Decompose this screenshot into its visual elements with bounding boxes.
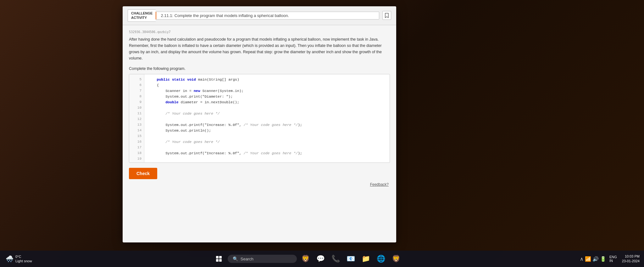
search-bar[interactable]: 🔍 Search	[228, 255, 297, 263]
network-icon[interactable]: 📶	[585, 256, 591, 262]
challenge-badge: CHALLENGE ACTIVITY	[128, 9, 156, 22]
taskbar-icon-unknown[interactable]: 🦁	[299, 253, 312, 265]
challenge-header: CHALLENGE ACTIVITY 2.11.1: Complete the …	[123, 6, 396, 25]
taskbar-icon-files[interactable]: 📁	[360, 253, 372, 265]
taskbar-right: ∧ 📶 🔊 🔋 ENGIN 10:03 PM 23-01-2024	[580, 254, 641, 264]
content-area: 532936.3844506.qozbiy7 After having done…	[123, 25, 396, 242]
start-button[interactable]	[213, 253, 225, 265]
system-clock[interactable]: 10:03 PM 23-01-2024	[620, 254, 641, 264]
taskbar-icon-chrome[interactable]: 🌐	[375, 253, 387, 265]
windows-logo	[216, 256, 222, 262]
weather-condition: Light snow	[15, 259, 32, 263]
taskbar-icon-mail[interactable]: 📧	[345, 253, 357, 265]
session-id: 532936.3844506.qozbiy7	[129, 30, 390, 34]
taskbar-icon-whatsapp2[interactable]: 📞	[330, 253, 342, 265]
code-content[interactable]: public static void main(String[] args) {…	[144, 74, 390, 162]
taskbar-icon-brave[interactable]: 🦁	[390, 253, 402, 265]
complete-label: Complete the following program.	[129, 66, 390, 71]
search-label: Search	[241, 257, 253, 261]
taskbar-left: 🌨️ 0°C Light snow	[3, 253, 35, 265]
taskbar-icon-whatsapp[interactable]: 💬	[314, 253, 327, 265]
weather-icon: 🌨️	[6, 255, 14, 263]
system-tray-icons: ∧ 📶 🔊 🔋	[580, 256, 606, 262]
volume-icon[interactable]: 🔊	[592, 256, 599, 262]
search-icon: 🔍	[233, 256, 238, 261]
feedback-link[interactable]: Feedback?	[129, 182, 390, 187]
bookmark-icon[interactable]	[382, 11, 391, 20]
code-editor[interactable]: 5678910111213141516171819202122 public s…	[129, 74, 390, 163]
line-numbers: 5678910111213141516171819202122	[129, 74, 144, 162]
weather-widget: 🌨️ 0°C Light snow	[3, 253, 35, 265]
weather-temp: 0°C	[15, 254, 32, 259]
weather-text: 0°C Light snow	[15, 254, 32, 264]
check-button[interactable]: Check	[129, 168, 157, 179]
description-text: After having done the hand calculation a…	[129, 36, 390, 61]
battery-icon[interactable]: 🔋	[600, 256, 606, 262]
language-badge[interactable]: ENGIN	[608, 255, 618, 263]
chevron-up-icon[interactable]: ∧	[580, 256, 584, 262]
main-window: CHALLENGE ACTIVITY 2.11.1: Complete the …	[123, 6, 396, 242]
taskbar: 🌨️ 0°C Light snow 🔍 Search 🦁 💬 📞 📧 📁 🌐 🦁	[0, 251, 644, 267]
taskbar-center: 🔍 Search 🦁 💬 📞 📧 📁 🌐 🦁	[36, 253, 579, 265]
clock-time: 10:03 PM	[622, 254, 640, 259]
challenge-title: 2.11.1: Complete the program that models…	[156, 12, 379, 20]
clock-date: 23-01-2024	[622, 259, 640, 264]
